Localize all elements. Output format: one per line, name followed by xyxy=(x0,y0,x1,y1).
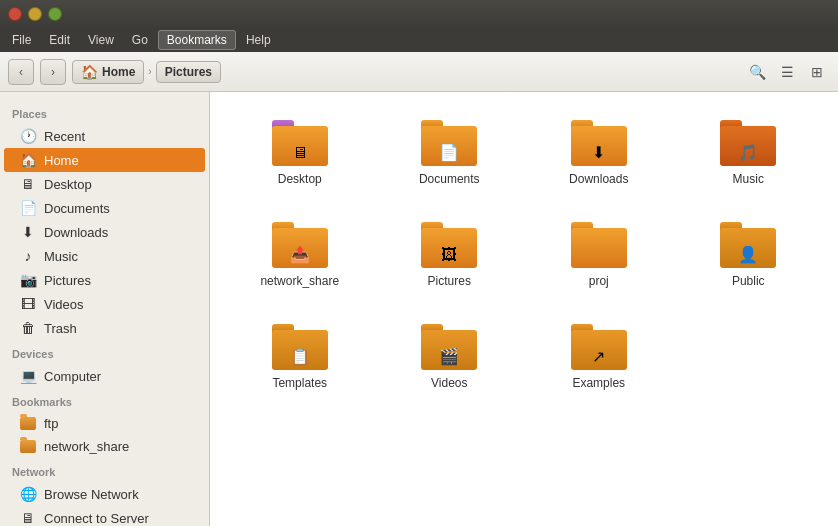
content-area: 🖥 Desktop 📄 Documents xyxy=(210,92,838,526)
videos-icon: 🎞 xyxy=(20,296,36,312)
toolbar: ‹ › 🏠 Home › Pictures 🔍 ☰ ⊞ xyxy=(0,52,838,92)
back-button[interactable]: ‹ xyxy=(8,59,34,85)
menu-view[interactable]: View xyxy=(80,31,122,49)
file-label-downloads: Downloads xyxy=(569,172,628,186)
search-button[interactable]: 🔍 xyxy=(744,59,770,85)
file-label-public: Public xyxy=(732,274,765,288)
folder-icon-examples: ↗ xyxy=(571,324,627,370)
file-grid: 🖥 Desktop 📄 Documents xyxy=(230,112,818,398)
breadcrumb-home-label: Home xyxy=(102,65,135,79)
sidebar-item-connect-server[interactable]: 🖥 Connect to Server xyxy=(0,506,209,526)
sidebar-label-documents: Documents xyxy=(44,201,110,216)
menu-edit[interactable]: Edit xyxy=(41,31,78,49)
file-item-proj[interactable]: proj xyxy=(529,214,669,296)
pictures-icon: 📷 xyxy=(20,272,36,288)
documents-icon: 📄 xyxy=(20,200,36,216)
folder-icon-pictures: 🖼 xyxy=(421,222,477,268)
menu-help[interactable]: Help xyxy=(238,31,279,49)
desktop-folder-overlay: 🖥 xyxy=(292,144,308,162)
sidebar-item-trash[interactable]: 🗑 Trash xyxy=(0,316,209,340)
pictures-folder-overlay: 🖼 xyxy=(441,246,457,264)
file-label-pictures: Pictures xyxy=(428,274,471,288)
sidebar-label-network-share: network_share xyxy=(44,439,129,454)
sidebar-item-recent[interactable]: 🕐 Recent xyxy=(0,124,209,148)
connect-server-icon: 🖥 xyxy=(20,510,36,526)
menu-bookmarks[interactable]: Bookmarks xyxy=(158,30,236,50)
sidebar-label-browse-network: Browse Network xyxy=(44,487,139,502)
breadcrumb-pictures[interactable]: Pictures xyxy=(156,61,221,83)
breadcrumb: 🏠 Home › Pictures xyxy=(72,60,738,84)
breadcrumb-separator: › xyxy=(148,66,151,77)
computer-icon: 💻 xyxy=(20,368,36,384)
view-toggle-button[interactable]: ⊞ xyxy=(804,59,830,85)
network-share-folder-overlay: 📤 xyxy=(290,245,310,264)
main-area: Places 🕐 Recent 🏠 Home 🖥 Desktop 📄 Docum… xyxy=(0,92,838,526)
folder-icon-downloads: ⬇ xyxy=(571,120,627,166)
menubar: File Edit View Go Bookmarks Help xyxy=(0,28,838,52)
sidebar-item-browse-network[interactable]: 🌐 Browse Network xyxy=(0,482,209,506)
documents-folder-overlay: 📄 xyxy=(439,143,459,162)
file-item-examples[interactable]: ↗ Examples xyxy=(529,316,669,398)
sidebar-section-bookmarks: Bookmarks xyxy=(0,388,209,412)
sidebar-section-devices: Devices xyxy=(0,340,209,364)
file-item-public[interactable]: 👤 Public xyxy=(679,214,819,296)
folder-icon-music: 🎵 xyxy=(720,120,776,166)
sidebar-item-documents[interactable]: 📄 Documents xyxy=(0,196,209,220)
sidebar-item-videos[interactable]: 🎞 Videos xyxy=(0,292,209,316)
sidebar: Places 🕐 Recent 🏠 Home 🖥 Desktop 📄 Docum… xyxy=(0,92,210,526)
sidebar-item-downloads[interactable]: ⬇ Downloads xyxy=(0,220,209,244)
sidebar-item-network-share-bookmark[interactable]: network_share xyxy=(0,435,209,458)
trash-icon: 🗑 xyxy=(20,320,36,336)
sidebar-label-recent: Recent xyxy=(44,129,85,144)
file-item-pictures[interactable]: 🖼 Pictures xyxy=(380,214,520,296)
breadcrumb-home[interactable]: 🏠 Home xyxy=(72,60,144,84)
ftp-folder-icon xyxy=(20,417,36,430)
folder-icon-videos: 🎬 xyxy=(421,324,477,370)
sidebar-item-ftp[interactable]: ftp xyxy=(0,412,209,435)
sidebar-label-videos: Videos xyxy=(44,297,84,312)
sidebar-item-music[interactable]: ♪ Music xyxy=(0,244,209,268)
sidebar-item-pictures[interactable]: 📷 Pictures xyxy=(0,268,209,292)
close-button[interactable] xyxy=(8,7,22,21)
sidebar-label-music: Music xyxy=(44,249,78,264)
file-item-templates[interactable]: 📋 Templates xyxy=(230,316,370,398)
file-label-music: Music xyxy=(733,172,764,186)
file-label-proj: proj xyxy=(589,274,609,288)
downloads-icon: ⬇ xyxy=(20,224,36,240)
maximize-button[interactable] xyxy=(48,7,62,21)
menu-button[interactable]: ☰ xyxy=(774,59,800,85)
file-label-desktop: Desktop xyxy=(278,172,322,186)
network-share-folder-icon xyxy=(20,440,36,453)
desktop-icon: 🖥 xyxy=(20,176,36,192)
sidebar-label-connect-server: Connect to Server xyxy=(44,511,149,526)
file-item-videos[interactable]: 🎬 Videos xyxy=(380,316,520,398)
sidebar-label-trash: Trash xyxy=(44,321,77,336)
folder-icon-network-share: 📤 xyxy=(272,222,328,268)
sidebar-item-computer[interactable]: 💻 Computer xyxy=(0,364,209,388)
file-item-documents[interactable]: 📄 Documents xyxy=(380,112,520,194)
menu-go[interactable]: Go xyxy=(124,31,156,49)
folder-icon-public: 👤 xyxy=(720,222,776,268)
sidebar-label-computer: Computer xyxy=(44,369,101,384)
folder-icon-documents: 📄 xyxy=(421,120,477,166)
menu-file[interactable]: File xyxy=(4,31,39,49)
file-item-desktop[interactable]: 🖥 Desktop xyxy=(230,112,370,194)
downloads-folder-overlay: ⬇ xyxy=(592,143,605,162)
sidebar-item-home[interactable]: 🏠 Home xyxy=(4,148,205,172)
home-icon: 🏠 xyxy=(81,64,98,80)
folder-icon-templates: 📋 xyxy=(272,324,328,370)
sidebar-item-desktop[interactable]: 🖥 Desktop xyxy=(0,172,209,196)
sidebar-label-desktop: Desktop xyxy=(44,177,92,192)
file-item-downloads[interactable]: ⬇ Downloads xyxy=(529,112,669,194)
sidebar-label-downloads: Downloads xyxy=(44,225,108,240)
file-item-music[interactable]: 🎵 Music xyxy=(679,112,819,194)
examples-folder-overlay: ↗ xyxy=(592,347,605,366)
folder-icon-proj xyxy=(571,222,627,268)
public-folder-overlay: 👤 xyxy=(738,245,758,264)
file-item-network-share[interactable]: 📤 network_share xyxy=(230,214,370,296)
forward-button[interactable]: › xyxy=(40,59,66,85)
sidebar-label-home: Home xyxy=(44,153,79,168)
minimize-button[interactable] xyxy=(28,7,42,21)
templates-folder-overlay: 📋 xyxy=(290,347,310,366)
music-icon: ♪ xyxy=(20,248,36,264)
